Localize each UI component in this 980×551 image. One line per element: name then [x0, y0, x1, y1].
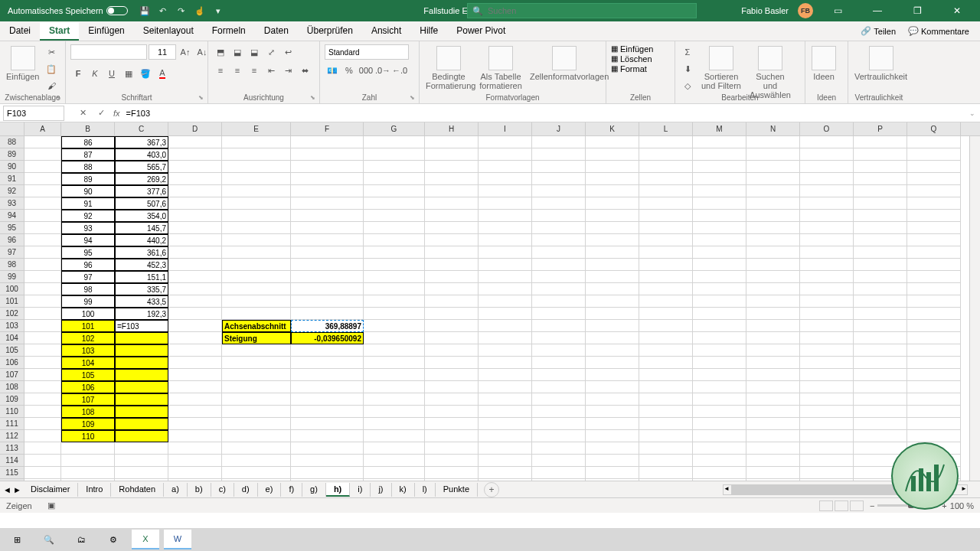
cell[interactable]	[746, 136, 800, 148]
cell[interactable]	[693, 344, 746, 357]
tab-formeln[interactable]: Formeln	[203, 22, 255, 41]
cell[interactable]: 105	[61, 369, 115, 381]
cell[interactable]	[907, 259, 961, 271]
sheet-nav-next-icon[interactable]: ►	[13, 485, 21, 494]
cell[interactable]	[746, 210, 800, 222]
cell[interactable]	[586, 148, 639, 161]
cell[interactable]	[291, 210, 364, 222]
cell[interactable]	[425, 369, 479, 381]
column-header[interactable]: G	[364, 122, 425, 135]
cell[interactable]	[586, 418, 639, 430]
cell[interactable]	[746, 197, 800, 210]
cell[interactable]	[639, 210, 693, 222]
cell[interactable]	[291, 406, 364, 418]
cell[interactable]	[291, 479, 364, 481]
cell[interactable]	[479, 357, 532, 369]
cell[interactable]	[639, 173, 693, 185]
cell-styles-button[interactable]: Zellenformatvorlagen	[528, 44, 600, 83]
cell[interactable]	[168, 381, 222, 393]
cell[interactable]	[168, 308, 222, 320]
cell[interactable]	[800, 442, 854, 455]
cell[interactable]	[168, 406, 222, 418]
sheet-tab[interactable]: h)	[326, 483, 350, 497]
row-header[interactable]: 107	[0, 369, 24, 381]
cell[interactable]	[479, 161, 532, 173]
row-header[interactable]: 88	[0, 136, 24, 148]
cell[interactable]	[168, 393, 222, 406]
row-header[interactable]: 111	[0, 418, 24, 430]
cell[interactable]	[532, 344, 586, 357]
cell[interactable]	[693, 308, 746, 320]
row-header[interactable]: 116	[0, 479, 24, 481]
cell[interactable]	[425, 357, 479, 369]
cell[interactable]	[586, 320, 639, 332]
tab-daten[interactable]: Daten	[255, 22, 298, 41]
cell[interactable]	[586, 136, 639, 148]
cell[interactable]	[907, 393, 961, 406]
cell[interactable]	[222, 393, 291, 406]
cell[interactable]	[854, 430, 907, 442]
cell[interactable]	[168, 234, 222, 246]
cell[interactable]: 106	[61, 381, 115, 393]
cell[interactable]	[24, 161, 61, 173]
currency-icon[interactable]: 💶	[325, 63, 340, 78]
paste-button[interactable]: Einfügen	[5, 44, 41, 83]
cell[interactable]	[854, 308, 907, 320]
cell[interactable]	[532, 295, 586, 308]
cell[interactable]	[746, 479, 800, 481]
cell[interactable]	[800, 455, 854, 467]
italic-button[interactable]: K	[87, 66, 103, 81]
sheet-tab[interactable]: l)	[415, 483, 436, 497]
column-header[interactable]: J	[532, 122, 586, 135]
cell[interactable]: 145,7	[115, 222, 168, 234]
cell[interactable]	[532, 455, 586, 467]
row-header[interactable]: 115	[0, 467, 24, 479]
cell[interactable]	[639, 442, 693, 455]
cell[interactable]	[479, 234, 532, 246]
indent-inc-icon[interactable]: ⇥	[280, 63, 296, 78]
row-header[interactable]: 106	[0, 357, 24, 369]
cell[interactable]	[425, 430, 479, 442]
cell[interactable]	[907, 148, 961, 161]
cell[interactable]	[291, 393, 364, 406]
cell[interactable]	[222, 442, 291, 455]
cell[interactable]	[586, 246, 639, 259]
cell[interactable]	[693, 210, 746, 222]
user-name[interactable]: Fabio Basler	[741, 6, 789, 15]
cell[interactable]	[586, 406, 639, 418]
cell[interactable]	[291, 308, 364, 320]
align-right-icon[interactable]: ≡	[247, 63, 262, 78]
zoom-out-icon[interactable]: −	[870, 501, 874, 510]
sheet-nav-prev-icon[interactable]: ◄	[3, 485, 11, 494]
cell[interactable]	[24, 344, 61, 357]
cell[interactable]	[479, 455, 532, 467]
undo-icon[interactable]: ↶	[157, 5, 169, 17]
column-header[interactable]: M	[693, 122, 746, 135]
cell[interactable]: 335,7	[115, 283, 168, 295]
cell[interactable]	[907, 406, 961, 418]
find-select-button[interactable]: Suchen und Auswählen	[747, 44, 793, 101]
cell[interactable]	[746, 234, 800, 246]
name-box[interactable]: F103	[3, 106, 64, 121]
cell[interactable]	[693, 479, 746, 481]
cell[interactable]	[586, 393, 639, 406]
cell[interactable]: 452,3	[115, 259, 168, 271]
select-all-corner[interactable]	[0, 122, 24, 135]
tab-power pivot[interactable]: Power Pivot	[447, 22, 514, 41]
cell[interactable]	[854, 185, 907, 197]
column-header[interactable]: L	[639, 122, 693, 135]
cell[interactable]	[115, 430, 168, 442]
cell[interactable]	[854, 234, 907, 246]
cell[interactable]	[479, 148, 532, 161]
row-header[interactable]: 114	[0, 455, 24, 467]
cell[interactable]	[222, 369, 291, 381]
cell[interactable]	[115, 406, 168, 418]
redo-icon[interactable]: ↷	[175, 5, 188, 17]
cell[interactable]	[222, 344, 291, 357]
cell[interactable]	[364, 479, 425, 481]
sheet-tab[interactable]: j)	[371, 483, 391, 497]
cell[interactable]	[168, 369, 222, 381]
fx-icon[interactable]: fx	[113, 109, 120, 118]
cell[interactable]	[425, 246, 479, 259]
cell[interactable]	[746, 332, 800, 344]
